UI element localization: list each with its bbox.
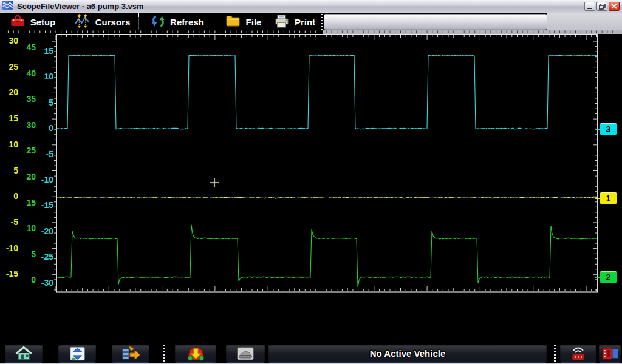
cursors-icon	[75, 14, 90, 30]
main-toolbar: SetupCursorsRefreshFilePrint	[0, 13, 622, 30]
y-axis-label-ch3: -10	[30, 175, 53, 184]
power-module-button[interactable]	[599, 345, 621, 362]
toolbar-separator	[321, 14, 323, 30]
scope-display[interactable]	[0, 34, 622, 294]
cursors-label: Cursors	[95, 17, 131, 27]
y-axis-label-ch3: -20	[30, 227, 53, 236]
printer-icon	[275, 15, 289, 30]
vehicle-select-button[interactable]	[175, 345, 216, 362]
title-bar: ScopeFileViewer - a6 pump 3.vsm	[0, 0, 622, 13]
taskbar-separator	[554, 345, 556, 362]
data-manager-button[interactable]	[58, 345, 96, 362]
print-label: Print	[295, 17, 315, 27]
toolbar-flat-area	[547, 13, 622, 30]
no-active-vehicle-status: No Active Vehicle	[370, 348, 446, 359]
y-axis-label-ch3: -15	[30, 201, 53, 210]
y-axis-label-ch3: -25	[30, 252, 53, 261]
home-button[interactable]	[5, 345, 43, 362]
scanner-data-button[interactable]	[112, 345, 149, 362]
vehicle-record-button[interactable]	[226, 345, 265, 362]
refresh-button[interactable]: Refresh	[139, 13, 217, 30]
setup-button[interactable]: Setup	[0, 13, 66, 30]
taskbar: No Active Vehicle	[0, 343, 622, 364]
module-icon	[601, 346, 620, 362]
print-button[interactable]: Print	[270, 13, 320, 30]
close-button[interactable]	[609, 2, 620, 11]
wireless-device-icon	[569, 345, 588, 362]
taskbar-separator	[163, 345, 165, 362]
refresh-label: Refresh	[170, 17, 204, 27]
list-arrow-icon	[121, 345, 140, 362]
toolbar-buttons: SetupCursorsRefreshFilePrint	[0, 13, 320, 30]
setup-label: Setup	[30, 17, 56, 27]
channel-marker-3[interactable]: 3	[600, 123, 617, 135]
y-axis-label-ch3: 10	[30, 72, 53, 81]
y-axis-label-ch3: 5	[30, 98, 53, 107]
refresh-icon	[152, 14, 165, 30]
file-label: File	[246, 17, 262, 27]
file-button[interactable]: File	[217, 13, 270, 30]
channel-marker-1[interactable]: 1	[600, 192, 617, 204]
channel-marker-2[interactable]: 2	[600, 271, 617, 283]
minimize-button[interactable]	[584, 2, 595, 11]
playback-toolbar: 00:00:095 x1	[0, 306, 622, 343]
y-axis-label-ch3: -5	[30, 150, 53, 159]
car-window-icon	[236, 346, 255, 362]
x-axis-label-strip: 050100150200250300350400450500 µs	[0, 294, 622, 306]
vehicle-status-cell: No Active Vehicle	[268, 345, 547, 362]
window-title: ScopeFileViewer - a6 pump 3.vsm	[17, 2, 583, 11]
app-icon	[2, 1, 13, 12]
window-arrows-icon	[68, 346, 87, 362]
scopefileviewer-window: ScopeFileViewer - a6 pump 3.vsm SetupCur…	[0, 0, 622, 364]
restore-button[interactable]	[596, 2, 607, 11]
cursors-button[interactable]: Cursors	[66, 13, 138, 30]
y-axis-label-ch3: 0	[30, 124, 53, 133]
vehicle-icon	[186, 345, 206, 362]
folder-icon	[226, 15, 241, 29]
toolbar-empty-panel	[324, 14, 547, 30]
y-axis-label-ch3: -30	[30, 278, 53, 288]
y-axis-label-ch3: 15	[30, 47, 53, 56]
toolbox-icon	[10, 15, 25, 29]
home-icon	[14, 345, 33, 362]
wireless-module-button[interactable]	[560, 345, 596, 362]
